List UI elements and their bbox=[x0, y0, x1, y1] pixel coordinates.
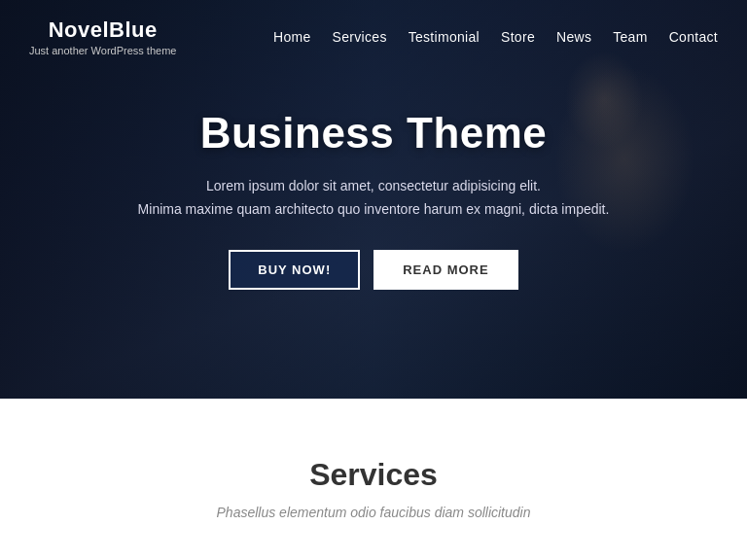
hero-title: Business Theme bbox=[138, 109, 610, 158]
nav-item-services[interactable]: Services bbox=[333, 29, 387, 45]
nav-item-news[interactable]: News bbox=[556, 29, 591, 45]
nav-item-testimonial[interactable]: Testimonial bbox=[409, 29, 480, 45]
site-header: NovelBlue Just another WordPress theme H… bbox=[0, 0, 747, 74]
buy-now-button[interactable]: BUY NOW! bbox=[229, 250, 360, 290]
site-tagline: Just another WordPress theme bbox=[29, 45, 176, 56]
hero-section: NovelBlue Just another WordPress theme H… bbox=[0, 0, 747, 399]
hero-subtitle-line2: Minima maxime quam architecto quo invent… bbox=[138, 198, 610, 222]
nav-item-team[interactable]: Team bbox=[613, 29, 647, 45]
site-name: NovelBlue bbox=[29, 18, 176, 43]
hero-subtitle-line1: Lorem ipsum dolor sit amet, consectetur … bbox=[138, 175, 610, 198]
logo: NovelBlue Just another WordPress theme bbox=[29, 18, 176, 56]
hero-subtitle: Lorem ipsum dolor sit amet, consectetur … bbox=[138, 175, 610, 222]
services-title: Services bbox=[29, 457, 718, 493]
hero-content: Business Theme Lorem ipsum dolor sit ame… bbox=[119, 109, 629, 291]
nav-item-contact[interactable]: Contact bbox=[669, 29, 718, 45]
hero-buttons: BUY NOW! READ MORE bbox=[138, 250, 610, 290]
services-section: Services Phasellus elementum odio faucib… bbox=[0, 399, 747, 559]
main-nav: Home Services Testimonial Store News Tea… bbox=[273, 29, 718, 45]
read-more-button[interactable]: READ MORE bbox=[374, 250, 517, 290]
nav-item-home[interactable]: Home bbox=[273, 29, 311, 45]
services-subtitle: Phasellus elementum odio faucibus diam s… bbox=[29, 505, 718, 520]
nav-item-store[interactable]: Store bbox=[501, 29, 535, 45]
